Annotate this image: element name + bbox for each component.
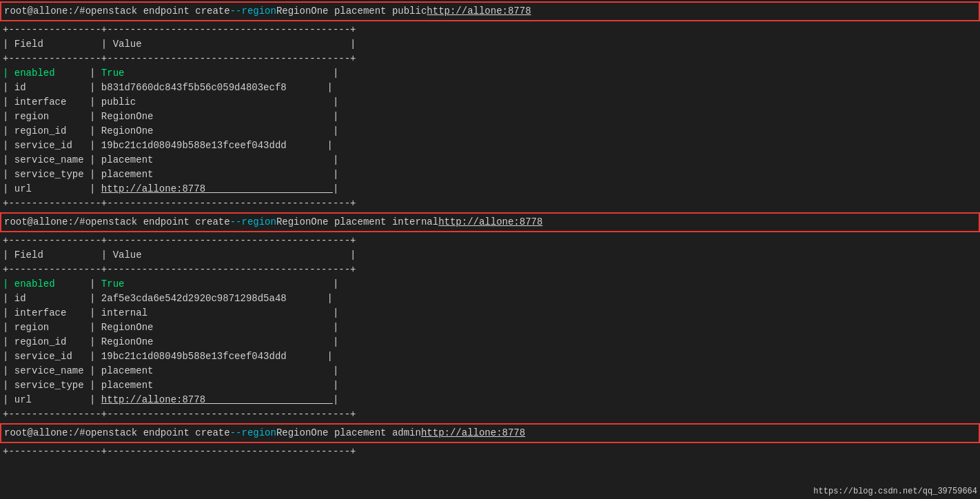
section-3: root@allone:/# openstack endpoint create… bbox=[0, 423, 980, 459]
separator-bot-2: +----------------+----------------------… bbox=[0, 407, 980, 422]
prompt-1: root@allone:/# bbox=[4, 4, 85, 19]
prompt-3: root@allone:/# bbox=[4, 426, 85, 440]
sep-servicetype-1: | bbox=[90, 169, 101, 180]
val-id-1: b831d7660dc843f5b56c059d4803ecf8 bbox=[101, 82, 327, 93]
val-enabled-1: True bbox=[101, 68, 333, 79]
sep-enabled-1: | bbox=[90, 68, 101, 79]
section-1: root@allone:/# openstack endpoint create… bbox=[0, 1, 980, 211]
sep-servicetype-2: | bbox=[90, 380, 101, 391]
row-enabled-1: | enabled | True | bbox=[0, 66, 980, 81]
command-line-2: root@allone:/# openstack endpoint create… bbox=[0, 212, 980, 232]
sep-url-2: | bbox=[90, 394, 101, 405]
sep-interface-2: | bbox=[90, 307, 101, 318]
sep-serviceid-2: | bbox=[90, 351, 101, 362]
cmd-url-2: http://allone:8778 bbox=[438, 215, 542, 230]
separator-top-2: +----------------+----------------------… bbox=[0, 234, 980, 248]
field-url-1: | url bbox=[3, 183, 90, 194]
bottom-link: https://blog.csdn.net/qq_39759664 bbox=[813, 487, 977, 496]
sep-regionid-2: | bbox=[90, 336, 101, 347]
separator-mid-1: +----------------+----------------------… bbox=[0, 52, 980, 66]
separator-top-3: +----------------+----------------------… bbox=[0, 445, 980, 459]
cmd-text-1: openstack endpoint create bbox=[85, 4, 230, 19]
cmd-flag-1: --region bbox=[230, 4, 276, 19]
sep-region-1: | bbox=[90, 111, 101, 122]
header-1: | Field | Value | bbox=[0, 37, 980, 52]
sep-serviceid-1: | bbox=[90, 140, 101, 151]
val-enabled-2: True bbox=[101, 278, 333, 289]
row-enabled-2: | enabled | True | bbox=[0, 277, 980, 292]
row-id-1: | id | b831d7660dc843f5b56c059d4803ecf8 … bbox=[0, 81, 980, 95]
trail-regionid-1: | bbox=[333, 125, 338, 136]
val-url-2: http://allone:8778 bbox=[101, 394, 333, 405]
cmd-text-2: openstack endpoint create bbox=[85, 215, 230, 230]
field-serviceid-1: | service_id bbox=[3, 140, 90, 151]
trail-url-2: | bbox=[333, 394, 338, 405]
field-id-2: | id bbox=[3, 293, 90, 304]
row-regionid-2: | region_id | RegionOne | bbox=[0, 335, 980, 349]
row-url-1: | url | http://allone:8778 | bbox=[0, 182, 980, 196]
separator-top-1: +----------------+----------------------… bbox=[0, 23, 980, 37]
row-regionid-1: | region_id | RegionOne | bbox=[0, 124, 980, 139]
sep-enabled-2: | bbox=[90, 278, 101, 289]
sep-servicename-2: | bbox=[90, 365, 101, 376]
trail-serviceid-2: | bbox=[327, 351, 333, 362]
section-2: root@allone:/# openstack endpoint create… bbox=[0, 212, 980, 422]
cmd-flag-3: --region bbox=[230, 426, 276, 440]
val-serviceid-1: 19bc21c1d08049b588e13fceef043ddd bbox=[101, 140, 327, 151]
row-region-2: | region | RegionOne | bbox=[0, 320, 980, 335]
trail-servicename-1: | bbox=[333, 154, 338, 165]
trail-regionid-2: | bbox=[333, 336, 338, 347]
field-interface-2: | interface bbox=[3, 307, 90, 318]
cmd-url-3: http://allone:8778 bbox=[421, 426, 525, 440]
cmd-post-1: RegionOne placement public bbox=[276, 4, 427, 19]
field-id-1: | id bbox=[3, 82, 90, 93]
prompt-2: root@allone:/# bbox=[4, 215, 85, 230]
row-servicename-1: | service_name | placement | bbox=[0, 153, 980, 167]
val-serviceid-2: 19bc21c1d08049b588e13fceef043ddd bbox=[101, 351, 327, 362]
trail-id-1: | bbox=[327, 82, 333, 93]
row-interface-1: | interface | public | bbox=[0, 95, 980, 110]
field-servicetype-1: | service_type bbox=[3, 169, 90, 180]
field-servicename-2: | service_name bbox=[3, 365, 90, 376]
val-region-1: RegionOne bbox=[101, 111, 333, 122]
val-servicetype-1: placement bbox=[101, 169, 333, 180]
separator-bot-1: +----------------+----------------------… bbox=[0, 196, 980, 211]
row-serviceid-2: | service_id | 19bc21c1d08049b588e13fcee… bbox=[0, 349, 980, 364]
trail-interface-1: | bbox=[333, 96, 338, 108]
terminal: root@allone:/# openstack endpoint create… bbox=[0, 1, 980, 499]
val-regionid-1: RegionOne bbox=[101, 125, 333, 136]
trail-serviceid-1: | bbox=[327, 140, 333, 151]
sep-id-2: | bbox=[90, 293, 101, 304]
field-servicetype-2: | service_type bbox=[3, 380, 90, 391]
row-id-2: | id | 2af5e3cda6e542d2920c9871298d5a48 … bbox=[0, 292, 980, 306]
row-servicetype-1: | service_type | placement | bbox=[0, 167, 980, 182]
val-regionid-2: RegionOne bbox=[101, 336, 333, 347]
sep-regionid-1: | bbox=[90, 125, 101, 136]
row-servicetype-2: | service_type | placement | bbox=[0, 378, 980, 393]
field-url-2: | url bbox=[3, 394, 90, 405]
field-region-1: | region bbox=[3, 111, 90, 122]
cmd-flag-2: --region bbox=[230, 215, 276, 230]
cmd-url-1: http://allone:8778 bbox=[427, 4, 531, 19]
field-enabled-2: | enabled bbox=[3, 278, 90, 289]
command-line-3: root@allone:/# openstack endpoint create… bbox=[0, 423, 980, 443]
trail-servicetype-1: | bbox=[333, 169, 338, 180]
val-id-2: 2af5e3cda6e542d2920c9871298d5a48 bbox=[101, 293, 327, 304]
cmd-text-3: openstack endpoint create bbox=[85, 426, 230, 440]
field-servicename-1: | service_name bbox=[3, 154, 90, 165]
field-enabled-1: | enabled bbox=[3, 68, 90, 79]
trail-region-2: | bbox=[333, 322, 338, 333]
val-servicename-2: placement bbox=[101, 365, 333, 376]
sep-id-1: | bbox=[90, 82, 101, 93]
header-2: | Field | Value | bbox=[0, 248, 980, 263]
cmd-post-2: RegionOne placement internal bbox=[276, 215, 438, 230]
row-url-2: | url | http://allone:8778 | bbox=[0, 393, 980, 407]
sep-url-1: | bbox=[90, 183, 101, 194]
sep-servicename-1: | bbox=[90, 154, 101, 165]
cmd-post-3: RegionOne placement admin bbox=[276, 426, 421, 440]
row-serviceid-1: | service_id | 19bc21c1d08049b588e13fcee… bbox=[0, 139, 980, 153]
trail-servicetype-2: | bbox=[333, 380, 338, 391]
trail-url-1: | bbox=[333, 183, 338, 194]
trail-interface-2: | bbox=[333, 307, 338, 318]
row-region-1: | region | RegionOne | bbox=[0, 110, 980, 124]
